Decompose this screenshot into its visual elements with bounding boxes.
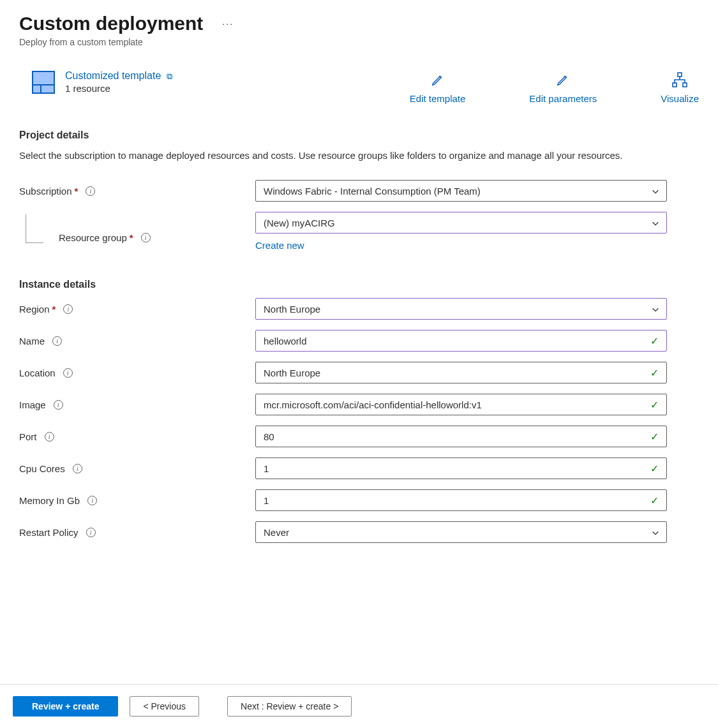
tree-line (26, 214, 43, 243)
image-input[interactable]: mcr.microsoft.com/aci/aci-confidential-h… (255, 394, 667, 415)
required-marker: * (52, 304, 56, 315)
hierarchy-icon (671, 70, 688, 89)
info-icon[interactable]: i (73, 464, 82, 473)
location-label: Location (19, 368, 56, 378)
region-value: North Europe (264, 304, 320, 315)
template-resource-count: 1 resource (65, 83, 172, 94)
next-button[interactable]: Next : Review + create > (227, 696, 352, 717)
check-icon: ✓ (650, 367, 659, 379)
edit-template-button[interactable]: Edit template (410, 70, 466, 104)
info-icon[interactable]: i (45, 432, 54, 442)
image-label: Image (19, 399, 46, 410)
name-label: Name (19, 336, 45, 346)
resource-group-value: (New) myACIRG (264, 218, 335, 228)
visualize-button[interactable]: Visualize (661, 70, 699, 104)
instance-details-heading: Instance details (19, 279, 699, 290)
info-icon[interactable]: i (63, 368, 73, 378)
info-icon[interactable]: i (63, 304, 73, 314)
create-new-link[interactable]: Create new (255, 240, 304, 251)
previous-button[interactable]: < Previous (130, 696, 199, 717)
svg-rect-2 (683, 83, 687, 87)
check-icon: ✓ (650, 335, 659, 347)
resource-group-select[interactable]: (New) myACIRG (255, 212, 667, 234)
name-value: helloworld (264, 336, 307, 346)
subscription-label: Subscription (19, 186, 72, 197)
project-details-helper: Select the subscription to manage deploy… (19, 149, 657, 162)
info-icon[interactable]: i (141, 233, 151, 242)
check-icon: ✓ (650, 431, 659, 443)
pencil-icon (431, 70, 445, 89)
cpu-cores-value: 1 (264, 463, 269, 474)
page-title: Custom deployment (19, 13, 203, 34)
chevron-down-icon (651, 187, 659, 195)
pencil-icon (556, 70, 570, 89)
info-icon[interactable]: i (87, 496, 97, 505)
memory-value: 1 (264, 495, 269, 506)
image-value: mcr.microsoft.com/aci/aci-confidential-h… (264, 399, 482, 410)
cpu-cores-label: Cpu Cores (19, 463, 65, 474)
chevron-down-icon (651, 528, 659, 536)
cpu-cores-input[interactable]: 1 ✓ (255, 457, 667, 479)
check-icon: ✓ (650, 399, 659, 411)
customized-template-link[interactable]: Customized template ⧉ (65, 70, 172, 82)
restart-policy-select[interactable]: Never (255, 521, 667, 543)
port-input[interactable]: 80 ✓ (255, 426, 667, 447)
memory-label: Memory In Gb (19, 495, 80, 506)
chevron-down-icon (651, 219, 659, 227)
port-label: Port (19, 431, 37, 442)
memory-input[interactable]: 1 ✓ (255, 489, 667, 511)
project-details-heading: Project details (19, 130, 699, 141)
port-value: 80 (264, 431, 274, 442)
template-icon (32, 71, 55, 94)
customized-template-label: Customized template (65, 70, 161, 81)
more-actions-icon[interactable]: ··· (222, 19, 234, 29)
region-select[interactable]: North Europe (255, 298, 667, 320)
svg-rect-1 (673, 83, 677, 87)
check-icon: ✓ (650, 494, 659, 507)
subscription-value: Windows Fabric - Internal Consumption (P… (264, 186, 481, 197)
required-marker: * (130, 232, 133, 243)
info-icon[interactable]: i (86, 528, 96, 537)
info-icon[interactable]: i (86, 186, 95, 196)
location-value: North Europe (264, 368, 320, 378)
review-create-button[interactable]: Review + create (13, 696, 118, 717)
edit-parameters-button[interactable]: Edit parameters (529, 70, 597, 104)
edit-parameters-label: Edit parameters (529, 93, 597, 104)
visualize-label: Visualize (661, 93, 699, 104)
edit-template-label: Edit template (410, 93, 466, 104)
restart-policy-label: Restart Policy (19, 527, 79, 538)
popout-icon: ⧉ (167, 71, 172, 81)
restart-policy-value: Never (264, 527, 289, 538)
resource-group-label: Resource group (59, 232, 127, 243)
required-marker: * (75, 186, 79, 197)
location-input[interactable]: North Europe ✓ (255, 362, 667, 383)
name-input[interactable]: helloworld ✓ (255, 330, 667, 352)
page-subtitle: Deploy from a custom template (19, 37, 699, 47)
svg-rect-0 (678, 73, 682, 77)
region-label: Region (19, 304, 50, 315)
subscription-select[interactable]: Windows Fabric - Internal Consumption (P… (255, 180, 667, 202)
info-icon[interactable]: i (52, 336, 62, 346)
check-icon: ✓ (650, 463, 659, 475)
chevron-down-icon (651, 305, 659, 313)
info-icon[interactable]: i (54, 400, 63, 410)
